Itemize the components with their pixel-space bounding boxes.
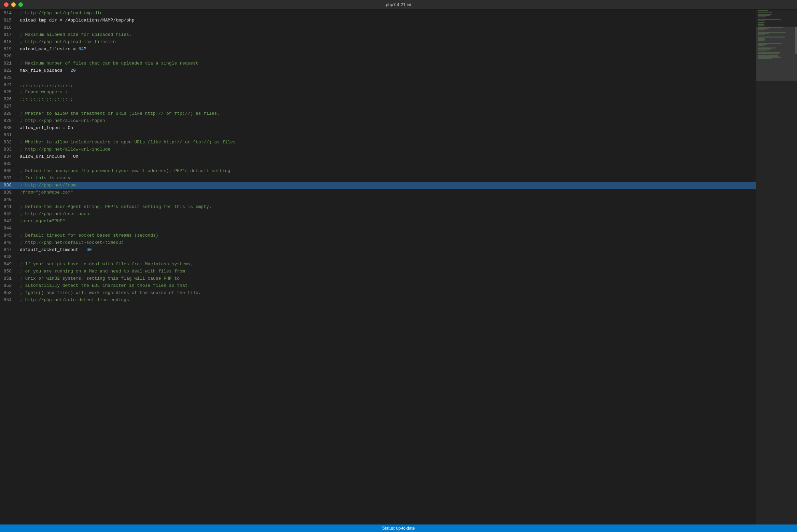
line-number: 827	[0, 103, 17, 110]
line-content: ;from="john@doe.com"	[17, 189, 756, 196]
minimize-button[interactable]	[11, 2, 16, 7]
line-content	[17, 225, 756, 232]
table-row: 836; Define the anonymous ftp password (…	[0, 167, 756, 174]
line-content	[17, 53, 756, 60]
line-number: 823	[0, 74, 17, 81]
line-number: 844	[0, 225, 17, 232]
line-number: 832	[0, 139, 17, 146]
minimap-line	[758, 20, 765, 21]
line-number: 839	[0, 189, 17, 196]
line-number: 815	[0, 17, 17, 24]
table-row: 827	[0, 103, 756, 110]
table-row: 828; Whether to allow the treatment of U…	[0, 110, 756, 117]
line-content	[17, 131, 756, 139]
line-number: 853	[0, 289, 17, 296]
code-scroll[interactable]: 814; http://php.net/upload-tmp-dir815upl…	[0, 10, 756, 524]
table-row: 847default_socket_timeout = 60	[0, 246, 756, 253]
line-number: 845	[0, 232, 17, 239]
titlebar: php7.4.21.ini	[0, 0, 797, 10]
line-content: ; http://php.net/default-socket-timeout	[17, 239, 756, 246]
table-row: 814; http://php.net/upload-tmp-dir	[0, 10, 756, 17]
line-number: 817	[0, 31, 17, 38]
line-content: upload_tmp_dir = /Applications/MAMP/tmp/…	[17, 17, 756, 24]
line-content	[17, 253, 756, 261]
table-row: 853; fgets() and file() will work regard…	[0, 289, 756, 296]
minimap-line	[758, 10, 768, 11]
minimap-content	[756, 10, 797, 524]
status-text: Status: up-to-date	[382, 526, 415, 531]
maximize-button[interactable]	[18, 2, 23, 7]
line-number: 829	[0, 117, 17, 124]
line-number: 816	[0, 24, 17, 31]
table-row: 849; If your scripts have to deal with f…	[0, 261, 756, 268]
window-controls[interactable]	[4, 2, 23, 7]
code-area: 814; http://php.net/upload-tmp-dir815upl…	[0, 10, 756, 524]
line-content: ; http://php.net/upload-tmp-dir	[17, 10, 756, 17]
line-number: 814	[0, 10, 17, 17]
minimap-scrollbar-thumb[interactable]	[795, 27, 797, 54]
line-content: ; http://php.net/from	[17, 182, 756, 189]
table-row: 822max_file_uploads = 20	[0, 67, 756, 74]
line-content: upload_max_filesize = 64M	[17, 45, 756, 53]
line-content: ; Fopen wrappers ;	[17, 88, 756, 96]
line-content: ; Default timeout for socket based strea…	[17, 232, 756, 239]
line-content: ; Whether to allow include/require to op…	[17, 139, 756, 146]
table-row: 846; http://php.net/default-socket-timeo…	[0, 239, 756, 246]
line-content	[17, 160, 756, 167]
table-row: 816	[0, 24, 756, 31]
table-row: 835	[0, 160, 756, 167]
line-content: ; http://php.net/auto-detect-line-ending…	[17, 296, 756, 304]
editor-wrapper: 814; http://php.net/upload-tmp-dir815upl…	[0, 10, 797, 524]
table-row: 852; automatically detect the EOL charac…	[0, 282, 756, 289]
table-row: 839;from="john@doe.com"	[0, 189, 756, 196]
table-row: 842; http://php.net/user-agent	[0, 210, 756, 218]
table-row: 819upload_max_filesize = 64M	[0, 45, 756, 53]
line-content: ; http://php.net/upload-max-filesize	[17, 38, 756, 45]
table-row: 824;;;;;;;;;;;;;;;;;;;;	[0, 81, 756, 88]
statusbar: Status: up-to-date	[0, 524, 797, 532]
window-title: php7.4.21.ini	[386, 2, 411, 7]
line-number: 841	[0, 203, 17, 210]
table-row: 850; or you are running on a Mac and nee…	[0, 268, 756, 275]
table-row: 815upload_tmp_dir = /Applications/MAMP/t…	[0, 17, 756, 24]
minimap-line	[758, 13, 796, 14]
line-content: ; or you are running on a Mac and need t…	[17, 268, 756, 275]
line-number: 818	[0, 38, 17, 45]
table-row: 843;user_agent="PHP"	[0, 218, 756, 225]
line-number: 834	[0, 153, 17, 160]
table-row: 829; http://php.net/allow-url-fopen	[0, 117, 756, 124]
line-number: 824	[0, 81, 17, 88]
line-content	[17, 196, 756, 203]
table-row: 845; Default timeout for socket based st…	[0, 232, 756, 239]
line-number: 848	[0, 253, 17, 261]
table-row: 817; Maximum allowed size for uploaded f…	[0, 31, 756, 38]
line-number: 830	[0, 124, 17, 131]
table-row: 833; http://php.net/allow-url-include	[0, 146, 756, 153]
table-row: 840	[0, 196, 756, 203]
line-number: 820	[0, 53, 17, 60]
line-number: 819	[0, 45, 17, 53]
line-content: default_socket_timeout = 60	[17, 246, 756, 253]
line-content	[17, 74, 756, 81]
line-number: 837	[0, 174, 17, 182]
line-number: 842	[0, 210, 17, 218]
line-number: 833	[0, 146, 17, 153]
table-row: 820	[0, 53, 756, 60]
line-number: 851	[0, 275, 17, 282]
line-content: ; unix or win32 systems, setting this fl…	[17, 275, 756, 282]
table-row: 848	[0, 253, 756, 261]
table-row: 825; Fopen wrappers ;	[0, 88, 756, 96]
close-button[interactable]	[4, 2, 9, 7]
minimap[interactable]	[756, 10, 797, 524]
line-content: ; http://php.net/user-agent	[17, 210, 756, 218]
minimap-line	[758, 17, 796, 18]
line-content: ; Whether to allow the treatment of URLs…	[17, 110, 756, 117]
line-number: 850	[0, 268, 17, 275]
table-row: 818; http://php.net/upload-max-filesize	[0, 38, 756, 45]
line-number: 826	[0, 96, 17, 103]
line-content: ;user_agent="PHP"	[17, 218, 756, 225]
line-number: 849	[0, 261, 17, 268]
minimap-scrollbar[interactable]	[795, 10, 797, 524]
minimap-line	[758, 22, 765, 23]
line-number: 825	[0, 88, 17, 96]
